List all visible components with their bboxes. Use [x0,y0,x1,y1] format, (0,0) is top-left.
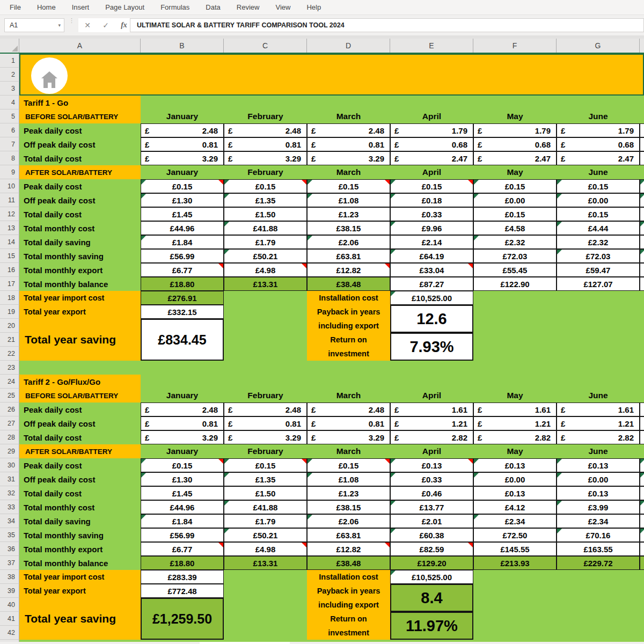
row-label-cell[interactable]: Total daily saving [19,514,141,528]
cell-E8[interactable]: £2.47 [390,151,473,165]
row-label-cell[interactable]: Total monthly cost [19,500,141,514]
cell-H31-partial[interactable] [640,472,644,486]
cell-H36-partial[interactable] [640,542,644,556]
row-header-32[interactable]: 32 [0,486,19,500]
month-header-may[interactable]: May [473,109,557,123]
cell-B7[interactable]: £0.81 [141,137,224,151]
ribbon-tab-help[interactable]: Help [306,3,321,11]
total-year-saving-label[interactable]: Total year saving [19,598,141,640]
cell-B12[interactable]: £1.45 [141,207,224,221]
column-header-G[interactable]: G [557,39,640,53]
row-label-cell[interactable]: Peak daily cost [19,179,141,193]
cell-E27[interactable]: £1.21 [390,416,473,430]
cell-H17-partial[interactable] [640,277,644,291]
enter-icon[interactable]: ✓ [97,18,115,32]
total-year-import-label[interactable]: Total year import cost [19,570,141,584]
row-label-cell[interactable]: Peak daily cost [19,458,141,472]
cell-F32[interactable]: £0.13 [473,486,557,500]
ribbon-tab-home[interactable]: Home [37,3,56,11]
row-label-cell[interactable]: Off peak daily cost [19,137,141,151]
cell-C12[interactable]: £1.50 [224,207,307,221]
cell-B27[interactable]: £0.81 [141,416,224,430]
row-header-11[interactable]: 11 [0,193,19,207]
cell-G33[interactable]: £3.99 [557,500,640,514]
cell-G13[interactable]: £4.44 [557,221,640,235]
row-header-19[interactable]: 19 [0,305,19,319]
section-label-cell[interactable]: AFTER SOLAR/BATTERY [19,165,141,179]
row-header-35[interactable]: 35 [0,528,19,542]
column-header-B[interactable]: B [141,39,224,53]
row-header-33[interactable]: 33 [0,500,19,514]
cell-D17[interactable]: £38.48 [307,277,390,291]
row-header-8[interactable]: 8 [0,151,19,165]
cell-D28[interactable]: £3.29 [307,430,390,444]
cell-D10[interactable]: £0.15 [307,179,390,193]
section-label-cell[interactable]: AFTER SOLAR/BATTERY [19,444,141,458]
cell-H8-partial[interactable]: £ [640,151,644,165]
cell-H10-partial[interactable] [640,179,644,193]
month-header-february[interactable]: February [224,165,307,179]
row-label-cell[interactable]: Peak daily cost [19,123,141,137]
row-header-26[interactable]: 26 [0,402,19,416]
title-banner-cell[interactable] [19,54,644,96]
month-header-march[interactable]: March [307,389,390,402]
row-header-31[interactable]: 31 [0,472,19,486]
cell-F37[interactable]: £213.93 [473,556,557,570]
cell-F7[interactable]: £0.68 [473,137,557,151]
cell-H12-partial[interactable] [640,207,644,221]
cell-F13[interactable]: £4.58 [473,221,557,235]
cell-C10[interactable]: £0.15 [224,179,307,193]
cell-F8[interactable]: £2.47 [473,151,557,165]
return-on-investment-value[interactable]: 11.97% [390,612,473,640]
row-label-cell[interactable]: Total daily cost [19,486,141,500]
cell-G10[interactable]: £0.15 [557,179,640,193]
cell-C30[interactable]: £0.15 [224,458,307,472]
cancel-icon[interactable]: ✕ [78,18,97,32]
cell-G7[interactable]: £0.68 [557,137,640,151]
row-header-12[interactable]: 12 [0,207,19,221]
month-header-january[interactable]: January [141,165,224,179]
row-label-cell[interactable]: Total daily cost [19,430,141,444]
total-year-saving-value[interactable]: £834.45 [141,319,224,361]
row-header-40[interactable]: 40 [0,598,19,612]
ribbon-tab-data[interactable]: Data [206,3,220,11]
row-label-cell[interactable]: Off peak daily cost [19,472,141,486]
cell-H32-partial[interactable] [640,486,644,500]
cell-G12[interactable]: £0.15 [557,207,640,221]
cell-G32[interactable]: £0.13 [557,486,640,500]
cell-D14[interactable]: £2.06 [307,235,390,249]
row-header-10[interactable]: 10 [0,179,19,193]
cell-F10[interactable]: £0.15 [473,179,557,193]
cell-G14[interactable]: £2.32 [557,235,640,249]
cell-B31[interactable]: £1.30 [141,472,224,486]
cell-D16[interactable]: £12.82 [307,263,390,277]
month-header-june[interactable]: June [557,165,640,179]
total-year-saving-value[interactable]: £1,259.50 [141,598,224,640]
cell-B11[interactable]: £1.30 [141,193,224,207]
cell-E6[interactable]: £1.79 [390,123,473,137]
month-header-april[interactable]: April [390,444,473,458]
cell-C27[interactable]: £0.81 [224,416,307,430]
cell-B14[interactable]: £1.84 [141,235,224,249]
row-label-cell[interactable]: Total daily cost [19,151,141,165]
row-header-23[interactable]: 23 [0,361,19,375]
payback-label-line1[interactable]: Payback in years [307,305,390,319]
column-header-C[interactable]: C [224,39,307,53]
cell-C8[interactable]: £3.29 [224,151,307,165]
ribbon-tab-formulas[interactable]: Formulas [160,3,189,11]
cell-B13[interactable]: £44.96 [141,221,224,235]
cell-H28-partial[interactable]: £ [640,430,644,444]
row-header-13[interactable]: 13 [0,221,19,235]
cell-G16[interactable]: £59.47 [557,263,640,277]
cell-C15[interactable]: £50.21 [224,249,307,263]
section-label-cell[interactable]: BEFORE SOLAR/BATTERY [19,389,141,402]
month-header-june[interactable]: June [557,389,640,402]
cell-B8[interactable]: £3.29 [141,151,224,165]
installation-cost-label[interactable]: Installation cost [307,291,390,305]
row-header-14[interactable]: 14 [0,235,19,249]
cell-G30[interactable]: £0.13 [557,458,640,472]
cell-E13[interactable]: £9.96 [390,221,473,235]
cell-G15[interactable]: £72.03 [557,249,640,263]
cell-C6[interactable]: £2.48 [224,123,307,137]
cell-H16-partial[interactable] [640,263,644,277]
